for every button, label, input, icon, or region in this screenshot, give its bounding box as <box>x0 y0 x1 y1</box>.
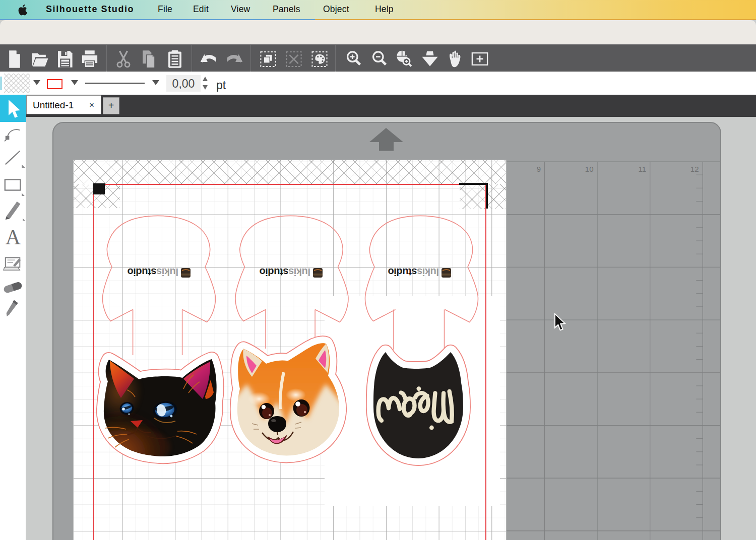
svg-text:A: A <box>6 227 21 247</box>
